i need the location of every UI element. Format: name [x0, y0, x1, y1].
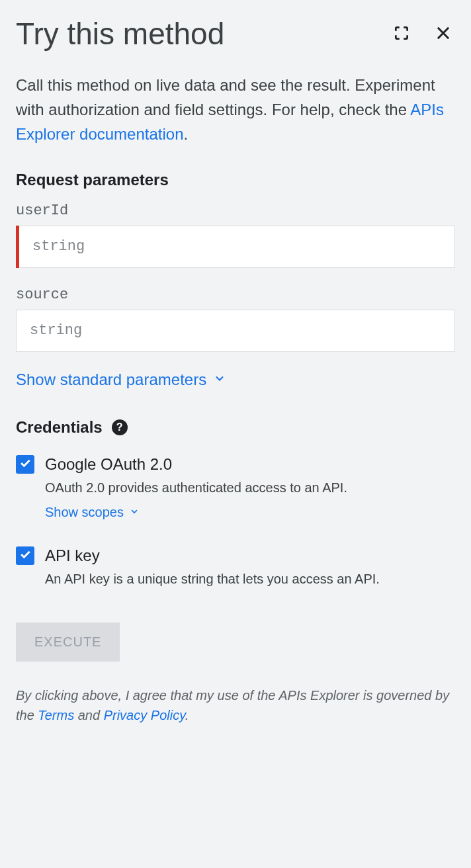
intro-before: Call this method on live data and see th… — [16, 76, 435, 118]
check-icon — [19, 548, 32, 564]
disclaimer-and: and — [74, 708, 103, 722]
apikey-row: API key — [16, 546, 455, 565]
userId-label: userId — [16, 202, 455, 219]
credentials-header: Credentials ? — [16, 418, 455, 437]
param-userId: userId — [16, 202, 455, 268]
show-standard-params-toggle[interactable]: Show standard parameters — [16, 370, 226, 389]
source-label: source — [16, 286, 455, 303]
intro-after: . — [183, 125, 188, 143]
panel-title: Try this method — [16, 16, 224, 52]
userId-input-wrap — [16, 226, 455, 268]
chevron-down-icon — [129, 505, 140, 520]
disclaimer-after: . — [185, 708, 189, 722]
show-scopes-label: Show scopes — [45, 505, 124, 520]
help-icon[interactable]: ? — [112, 419, 128, 435]
oauth-label: Google OAuth 2.0 — [45, 455, 172, 474]
close-button[interactable] — [431, 21, 455, 47]
disclaimer: By clicking above, I agree that my use o… — [16, 685, 455, 725]
oauth-description: OAuth 2.0 provides authenticated access … — [45, 480, 455, 496]
header-icons — [390, 21, 455, 47]
credentials-heading: Credentials — [16, 418, 103, 437]
intro-text: Call this method on live data and see th… — [16, 73, 455, 147]
apikey-label: API key — [45, 546, 100, 565]
credential-apikey: API key An API key is a unique string th… — [16, 546, 455, 587]
source-input[interactable] — [16, 310, 455, 352]
userId-input[interactable] — [16, 226, 455, 268]
apikey-description: An API key is a unique string that lets … — [45, 572, 455, 587]
terms-link[interactable]: Terms — [38, 708, 74, 722]
request-params-heading: Request parameters — [16, 171, 455, 189]
chevron-down-icon — [213, 370, 226, 389]
header-row: Try this method — [16, 16, 455, 52]
apikey-checkbox[interactable] — [16, 546, 34, 565]
privacy-link[interactable]: Privacy Policy — [104, 708, 185, 722]
show-scopes-toggle[interactable]: Show scopes — [45, 505, 140, 520]
execute-button[interactable]: EXECUTE — [16, 623, 120, 662]
param-source: source — [16, 286, 455, 352]
source-input-wrap — [16, 310, 455, 352]
fullscreen-button[interactable] — [390, 22, 413, 46]
credential-oauth: Google OAuth 2.0 OAuth 2.0 provides auth… — [16, 455, 455, 541]
show-standard-params-label: Show standard parameters — [16, 370, 206, 389]
try-method-panel: Try this method — [0, 0, 471, 741]
oauth-checkbox[interactable] — [16, 455, 34, 474]
close-icon — [434, 24, 452, 44]
oauth-row: Google OAuth 2.0 — [16, 455, 455, 474]
required-indicator — [16, 226, 19, 268]
check-icon — [19, 456, 32, 472]
fullscreen-icon — [393, 24, 410, 44]
